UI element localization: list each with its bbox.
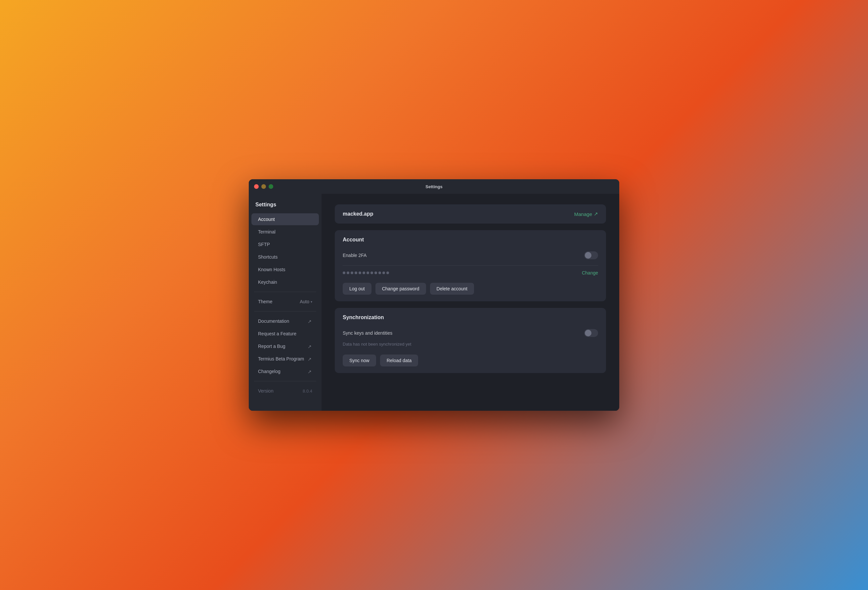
- theme-current-value: Auto: [300, 299, 309, 304]
- sidebar-item-label: Keychain: [258, 279, 277, 285]
- sidebar-item-label: Request a Feature: [258, 331, 297, 336]
- version-number: 8.0.4: [303, 389, 312, 394]
- sidebar-item-sftp[interactable]: SFTP: [251, 239, 319, 250]
- content-area: Settings Account Terminal SFTP Shortcuts…: [249, 194, 619, 411]
- password-dot: [347, 271, 349, 274]
- sidebar-item-terminal[interactable]: Terminal: [251, 226, 319, 238]
- sidebar-item-changelog[interactable]: Changelog ↗: [251, 366, 319, 378]
- sidebar: Settings Account Terminal SFTP Shortcuts…: [249, 194, 322, 411]
- account-section-title: Account: [343, 237, 598, 243]
- logout-button[interactable]: Log out: [343, 283, 372, 295]
- sidebar-item-label: Known Hosts: [258, 267, 285, 272]
- sidebar-item-label: Account: [258, 217, 275, 222]
- titlebar: Settings: [249, 179, 619, 194]
- sidebar-divider-2: [254, 311, 316, 311]
- sync-now-button[interactable]: Sync now: [343, 354, 376, 366]
- chevron-down-icon: ▾: [311, 300, 312, 304]
- password-dot: [354, 271, 357, 274]
- sidebar-item-beta-program[interactable]: Termius Beta Program ↗: [251, 353, 319, 365]
- password-dot: [363, 271, 365, 274]
- sidebar-item-theme[interactable]: Theme Auto ▾: [251, 296, 319, 308]
- sync-keys-row: Sync keys and identities: [343, 326, 598, 340]
- external-link-icon: ↗: [308, 344, 312, 348]
- enable-2fa-label: Enable 2FA: [343, 253, 366, 258]
- sidebar-heading: Settings: [249, 199, 322, 213]
- app-name-text: macked.app: [343, 211, 373, 217]
- password-dot: [351, 271, 353, 274]
- theme-label: Theme: [258, 299, 273, 304]
- password-dot: [343, 271, 345, 274]
- enable-2fa-toggle[interactable]: [584, 251, 598, 259]
- password-dot: [382, 271, 385, 274]
- external-link-icon: ↗: [308, 319, 312, 323]
- app-window: Settings Settings Account Terminal SFTP …: [249, 179, 619, 411]
- sidebar-item-label: Terminal: [258, 229, 276, 235]
- sidebar-item-account[interactable]: Account: [251, 213, 319, 225]
- external-link-icon: ↗: [308, 357, 312, 361]
- password-dot: [378, 271, 381, 274]
- window-title: Settings: [425, 184, 442, 189]
- sidebar-item-label: Termius Beta Program: [258, 356, 304, 361]
- sidebar-item-label: Shortcuts: [258, 254, 278, 260]
- external-link-icon: ↗: [308, 369, 312, 374]
- password-dot: [386, 271, 389, 274]
- divider: [343, 265, 598, 266]
- sidebar-item-shortcuts[interactable]: Shortcuts: [251, 251, 319, 263]
- sidebar-item-label: Report a Bug: [258, 344, 285, 349]
- sidebar-item-documentation[interactable]: Documentation ↗: [251, 315, 319, 327]
- password-dot: [359, 271, 361, 274]
- sync-card: Synchronization Sync keys and identities…: [335, 308, 606, 373]
- enable-2fa-row: Enable 2FA: [343, 248, 598, 263]
- password-dots: [343, 271, 389, 274]
- password-dot: [371, 271, 373, 274]
- main-content: macked.app Manage ↗ Account Enable 2FA: [322, 194, 619, 411]
- close-button[interactable]: [254, 184, 259, 189]
- sidebar-divider: [254, 292, 316, 292]
- app-name-card: macked.app Manage ↗: [335, 204, 606, 224]
- maximize-button[interactable]: [269, 184, 273, 189]
- sync-button-row: Sync now Reload data: [343, 354, 598, 366]
- password-dot: [366, 271, 369, 274]
- manage-link[interactable]: Manage ↗: [574, 211, 598, 217]
- version-label: Version: [258, 388, 273, 394]
- minimize-button[interactable]: [261, 184, 266, 189]
- password-row: Change: [343, 268, 598, 277]
- sidebar-item-keychain[interactable]: Keychain: [251, 276, 319, 288]
- sidebar-item-report-bug[interactable]: Report a Bug ↗: [251, 340, 319, 352]
- manage-label: Manage: [574, 211, 592, 217]
- sync-note: Data has not been synchronized yet: [343, 340, 598, 349]
- sync-section-title: Synchronization: [343, 314, 598, 320]
- sidebar-item-label: Documentation: [258, 319, 289, 324]
- change-password-button[interactable]: Change password: [375, 283, 426, 295]
- theme-value-container: Auto ▾: [300, 299, 312, 304]
- change-password-link[interactable]: Change: [582, 270, 598, 276]
- sidebar-item-label: SFTP: [258, 242, 270, 247]
- reload-data-button[interactable]: Reload data: [380, 354, 418, 366]
- manage-external-icon: ↗: [594, 211, 598, 217]
- account-card: Account Enable 2FA: [335, 230, 606, 301]
- sidebar-item-request-feature[interactable]: Request a Feature: [251, 328, 319, 340]
- app-name-row: macked.app Manage ↗: [343, 211, 598, 217]
- delete-account-button[interactable]: Delete account: [430, 283, 474, 295]
- sidebar-item-label: Changelog: [258, 369, 280, 374]
- sidebar-item-known-hosts[interactable]: Known Hosts: [251, 264, 319, 276]
- account-button-row: Log out Change password Delete account: [343, 283, 598, 295]
- sync-keys-toggle[interactable]: [584, 329, 598, 337]
- sync-keys-label: Sync keys and identities: [343, 330, 392, 336]
- version-row: Version 8.0.4: [251, 385, 319, 397]
- sidebar-divider-3: [254, 381, 316, 381]
- password-dot: [375, 271, 377, 274]
